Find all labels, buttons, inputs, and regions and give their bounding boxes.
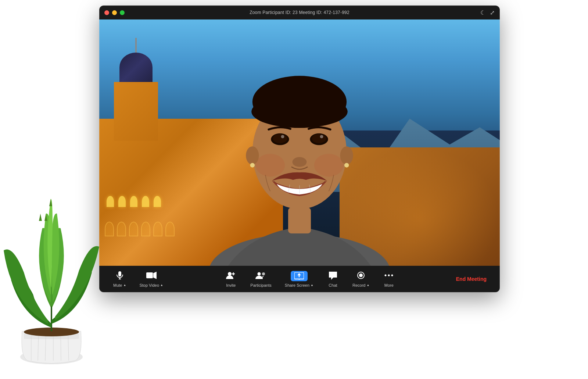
- plant-decoration: [0, 140, 103, 379]
- svg-point-27: [312, 134, 326, 143]
- moon-icon[interactable]: ☾: [480, 9, 485, 16]
- video-area: [99, 19, 500, 266]
- record-icon: [356, 271, 366, 282]
- invite-icon: [226, 271, 236, 282]
- title-bar-right-controls: ☾ ⤢: [480, 9, 495, 16]
- svg-point-22: [344, 163, 349, 167]
- svg-marker-34: [153, 272, 157, 279]
- maximize-button[interactable]: [120, 10, 125, 15]
- window-title: Zoom Participant ID: 23 Meeting ID: 472-…: [250, 10, 349, 15]
- share-screen-label: Share Screen ▲: [285, 283, 313, 287]
- svg-point-20: [250, 163, 255, 167]
- svg-point-19: [246, 146, 259, 165]
- more-button[interactable]: More: [376, 269, 402, 290]
- mute-label: Mute ▲: [113, 283, 126, 287]
- minimize-button[interactable]: [112, 10, 117, 15]
- mic-icon: [115, 271, 124, 282]
- end-meeting-button[interactable]: End Meeting: [450, 273, 492, 285]
- toolbar-center: Invite Participants: [170, 269, 450, 290]
- participant-video: [99, 19, 500, 266]
- svg-point-25: [281, 135, 284, 138]
- window-controls: [104, 10, 125, 15]
- record-label: Record ▲: [352, 283, 369, 287]
- svg-point-38: [258, 272, 261, 275]
- stop-video-button[interactable]: Stop Video ▲: [133, 269, 170, 290]
- background-scene: [99, 19, 500, 266]
- svg-rect-12: [288, 207, 311, 233]
- mute-button[interactable]: Mute ▲: [107, 269, 133, 290]
- svg-rect-33: [146, 272, 153, 278]
- chat-button[interactable]: Chat: [320, 269, 346, 290]
- person-figure: [189, 32, 410, 266]
- toolbar: Mute ▲ Stop Video ▲: [99, 266, 500, 292]
- share-screen-button[interactable]: Share Screen ▲: [278, 269, 320, 290]
- record-button[interactable]: Record ▲: [346, 269, 376, 290]
- more-label: More: [384, 283, 394, 287]
- share-screen-icon: [291, 271, 308, 282]
- svg-point-35: [228, 272, 232, 276]
- toolbar-right: End Meeting: [450, 273, 492, 285]
- svg-point-15: [314, 154, 344, 176]
- chat-icon: [328, 271, 338, 282]
- svg-point-18: [251, 95, 348, 128]
- svg-marker-43: [298, 273, 301, 275]
- svg-point-21: [340, 146, 353, 165]
- svg-marker-9: [39, 214, 42, 221]
- chat-label: Chat: [329, 283, 337, 287]
- toolbar-left: Mute ▲ Stop Video ▲: [107, 269, 170, 290]
- fullscreen-icon[interactable]: ⤢: [490, 9, 495, 16]
- svg-point-48: [385, 274, 387, 276]
- svg-point-28: [320, 135, 323, 138]
- svg-point-14: [256, 154, 285, 176]
- svg-point-29: [293, 157, 307, 167]
- more-icon: [384, 271, 394, 282]
- svg-point-24: [273, 134, 287, 143]
- title-bar: Zoom Participant ID: 23 Meeting ID: 472-…: [99, 6, 500, 19]
- svg-point-49: [388, 274, 390, 276]
- svg-point-39: [262, 272, 265, 275]
- invite-label: Invite: [226, 283, 236, 287]
- video-icon: [146, 271, 157, 282]
- close-button[interactable]: [104, 10, 109, 15]
- participants-label: Participants: [250, 283, 271, 287]
- svg-point-47: [359, 273, 363, 277]
- participants-button[interactable]: Participants: [244, 269, 278, 290]
- participants-icon: [255, 271, 266, 282]
- stop-video-label: Stop Video ▲: [139, 283, 163, 287]
- zoom-window: Zoom Participant ID: 23 Meeting ID: 472-…: [99, 6, 500, 292]
- svg-point-50: [391, 274, 393, 276]
- invite-button[interactable]: Invite: [218, 269, 244, 290]
